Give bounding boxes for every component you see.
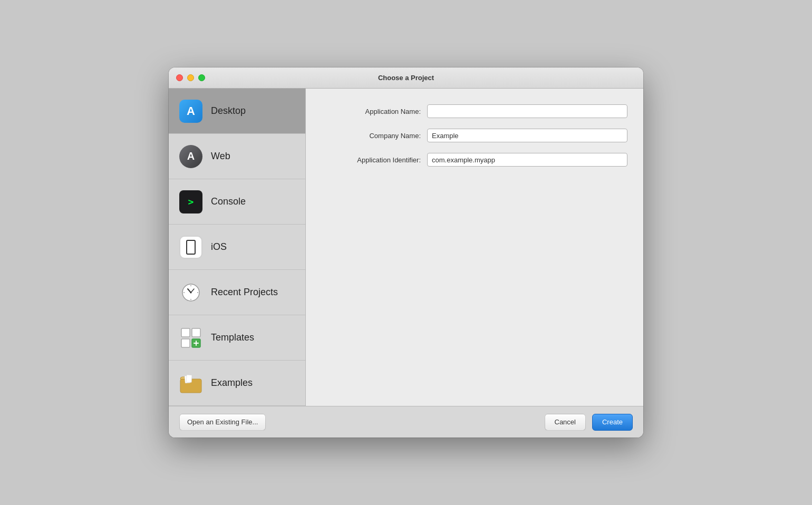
sidebar-item-console-label: Console	[211, 196, 246, 207]
sidebar-item-desktop-label: Desktop	[211, 105, 246, 116]
sidebar-item-templates-label: Templates	[211, 332, 254, 343]
templates-icon	[179, 326, 202, 349]
sidebar-item-ios-label: iOS	[211, 241, 227, 252]
web-icon	[179, 145, 202, 168]
main-content: Application Name: Company Name: Applicat…	[306, 89, 643, 406]
ios-icon	[179, 236, 202, 259]
desktop-icon	[179, 100, 202, 123]
desktop-icon-wrapper	[179, 100, 202, 123]
examples-icon	[179, 372, 202, 395]
traffic-lights	[176, 74, 205, 81]
sidebar-item-ios[interactable]: iOS	[169, 225, 305, 270]
sidebar: Desktop Web Console iOS	[169, 89, 306, 406]
application-name-label: Application Name:	[322, 108, 427, 115]
create-button[interactable]: Create	[592, 414, 633, 431]
company-name-label: Company Name:	[322, 132, 427, 140]
maximize-button[interactable]	[198, 74, 205, 81]
company-name-input[interactable]	[427, 129, 627, 142]
sidebar-item-examples[interactable]: Examples	[169, 361, 305, 406]
sidebar-item-recent-projects-label: Recent Projects	[211, 287, 278, 298]
sidebar-item-examples-label: Examples	[211, 377, 253, 389]
form-area: Application Name: Company Name: Applicat…	[322, 104, 627, 395]
sidebar-item-recent-projects[interactable]: Recent Projects	[169, 270, 305, 315]
dialog-footer: Open an Existing File... Cancel Create	[169, 406, 643, 438]
cancel-button[interactable]: Cancel	[545, 414, 586, 431]
dialog-body: Desktop Web Console iOS	[169, 89, 643, 406]
dialog-title: Choose a Project	[378, 74, 434, 82]
footer-left: Open an Existing File...	[179, 414, 545, 431]
examples-icon-wrapper	[179, 372, 202, 395]
svg-rect-10	[181, 339, 190, 347]
application-identifier-input[interactable]	[427, 153, 627, 167]
sidebar-item-templates[interactable]: Templates	[169, 315, 305, 361]
console-icon	[179, 190, 202, 213]
application-identifier-label: Application Identifier:	[322, 156, 427, 164]
title-bar: Choose a Project	[169, 67, 643, 89]
clock-icon-wrapper	[179, 281, 202, 304]
open-existing-file-button[interactable]: Open an Existing File...	[179, 414, 266, 431]
sidebar-item-console[interactable]: Console	[169, 179, 305, 225]
minimize-button[interactable]	[187, 74, 194, 81]
sidebar-item-web-label: Web	[211, 151, 230, 162]
svg-rect-8	[181, 328, 190, 337]
clock-icon	[181, 283, 200, 302]
sidebar-item-web[interactable]: Web	[169, 134, 305, 179]
application-name-input[interactable]	[427, 104, 627, 118]
close-button[interactable]	[176, 74, 183, 81]
ios-icon-wrapper	[179, 236, 202, 259]
templates-icon-wrapper	[179, 326, 202, 349]
company-name-row: Company Name:	[322, 129, 627, 142]
application-identifier-row: Application Identifier:	[322, 153, 627, 167]
console-icon-wrapper	[179, 190, 202, 213]
choose-project-dialog: Choose a Project Desktop Web Co	[169, 67, 643, 438]
application-name-row: Application Name:	[322, 104, 627, 118]
svg-rect-16	[186, 375, 192, 383]
sidebar-item-desktop[interactable]: Desktop	[169, 89, 305, 134]
web-icon-wrapper	[179, 145, 202, 168]
footer-right: Cancel Create	[545, 414, 633, 431]
svg-rect-9	[192, 328, 200, 337]
